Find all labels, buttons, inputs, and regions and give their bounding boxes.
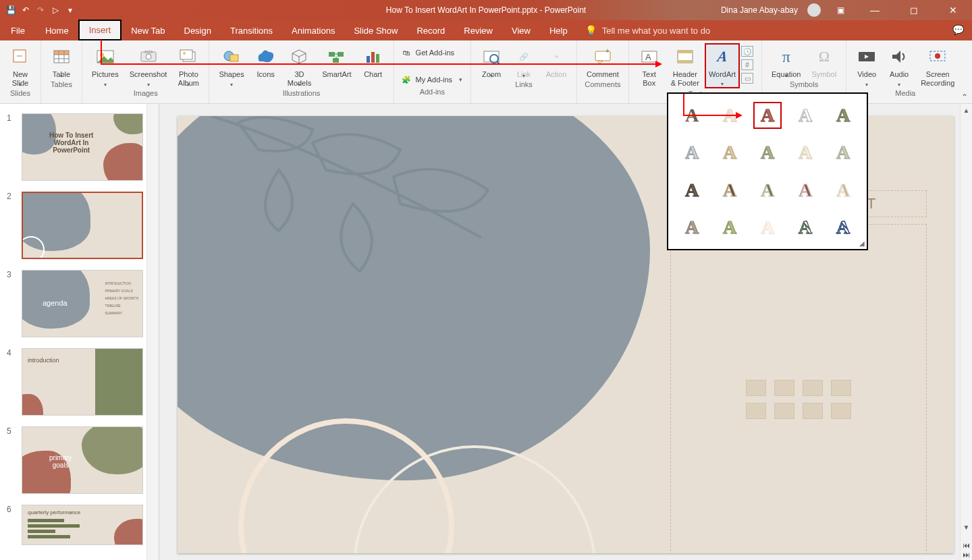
wordart-style-11[interactable]: A [678,177,706,204]
get-addins-button[interactable]: 🛍Get Add-ins [397,46,466,59]
thumb-5-row[interactable]: 5 primary goals [7,426,153,494]
wordart-style-3[interactable]: A [753,102,782,129]
thumb-1[interactable]: How To Insert WordArt In PowerPoint [22,113,143,181]
ph-table-icon[interactable] [746,380,766,396]
ribbon-display-icon[interactable]: ▣ [830,5,850,15]
thumb-1-num: 1 [7,113,16,181]
wordart-style-9[interactable]: A [791,140,819,167]
video-icon [856,46,878,67]
tab-insert[interactable]: Insert [78,20,122,40]
photo-album-button[interactable]: Photo Album [172,43,205,88]
annotation-arrow-2 [683,115,741,116]
thumb-1-row[interactable]: 1 How To Insert WordArt In PowerPoint [7,113,153,181]
thumb-2-row[interactable]: 2 [7,192,153,259]
video-button[interactable]: Video [850,43,883,88]
ph-icon-icon[interactable] [831,403,851,419]
equation-button[interactable]: πEquation [766,43,806,79]
wordart-gallery[interactable]: ◢ AAAAAAAAAAAAAAAAAAAA [667,92,868,250]
ph-3d-icon[interactable] [831,380,851,396]
wordart-style-6[interactable]: A [678,140,706,167]
wordart-style-7[interactable]: A [716,140,744,167]
table-button[interactable]: Table [45,43,78,79]
thumbnails-scrollbar[interactable] [146,104,159,560]
wordart-style-14[interactable]: A [791,177,819,204]
prev-slide-icon[interactable]: ⏮ [963,541,970,549]
screenshot-button[interactable]: Screenshot [124,43,173,88]
thumb-4[interactable]: introduction [22,348,143,416]
wordart-style-18[interactable]: A [753,215,782,242]
date-time-icon[interactable]: 🕓 [741,46,753,57]
group-tables-label: Tables [41,79,82,90]
tab-design[interactable]: Design [175,20,221,40]
wordart-style-12[interactable]: A [716,177,744,204]
thumb-3-row[interactable]: 3 agenda INTRODUCTIONPRIMARY GOALSAREAS … [7,270,153,337]
close-button[interactable]: ✕ [938,0,968,20]
thumb-6-row[interactable]: 6 quarterly performance [7,505,153,545]
ph-smartart-icon[interactable] [803,380,823,396]
thumb-6[interactable]: quarterly performance [22,505,143,545]
tab-home[interactable]: Home [36,20,78,40]
ph-chart-icon[interactable] [774,380,794,396]
zoom-button[interactable]: Zoom [475,43,508,79]
header-footer-button[interactable]: Header & Footer [666,43,705,88]
ph-picture-icon[interactable] [746,403,766,419]
redo-icon[interactable]: ↷ [35,5,46,16]
wordart-button[interactable]: AWordArt [705,43,740,88]
wordart-style-20[interactable]: A [829,215,857,242]
share-icon[interactable]: 💬 [952,24,964,35]
thumb-4-row[interactable]: 4 introduction [7,348,153,416]
thumb-5[interactable]: primary goals [22,426,143,494]
object-icon[interactable]: ▭ [741,73,753,84]
qat-more-icon[interactable]: ▾ [65,5,76,16]
thumb-2[interactable] [22,192,143,259]
tab-animations[interactable]: Animations [282,20,344,40]
start-slideshow-icon[interactable]: ▷ [50,5,61,16]
wordart-style-4[interactable]: A [791,102,819,129]
next-slide-icon[interactable]: ⏭ [963,551,970,559]
wordart-style-8[interactable]: A [753,140,782,167]
save-icon[interactable]: 💾 [5,5,16,16]
content-placeholder[interactable] [670,224,927,553]
user-name[interactable]: Dina Jane Abay-abay [721,5,798,15]
tell-me-search[interactable]: 💡Tell me what you want to do [577,20,718,40]
scroll-up-icon[interactable]: ▲ [961,104,972,116]
comment-button[interactable]: +Comment [581,43,624,79]
shapes-button[interactable]: Shapes [213,43,249,88]
smartart-button[interactable]: SmartArt [317,43,356,88]
wordart-style-19[interactable]: A [791,215,819,242]
collapse-ribbon-icon[interactable]: ⌃ [961,92,968,102]
my-addins-button[interactable]: 🧩My Add-ins▾ [397,73,466,86]
icons-button[interactable]: Icons [250,43,282,88]
ph-online-pic-icon[interactable] [774,403,794,419]
slide-number-icon[interactable]: # [741,59,753,70]
thumb-3[interactable]: agenda INTRODUCTIONPRIMARY GOALSAREAS OF… [22,270,143,337]
wordart-style-17[interactable]: A [716,215,744,242]
tab-slideshow[interactable]: Slide Show [344,20,407,40]
wordart-style-5[interactable]: A [829,102,857,129]
undo-icon[interactable]: ↶ [20,5,31,16]
tab-record[interactable]: Record [407,20,454,40]
editor-vertical-scrollbar[interactable]: ▲ ▼ ⏮ ⏭ [960,104,972,560]
wordart-style-10[interactable]: A [829,140,857,167]
tab-view[interactable]: View [502,20,540,40]
wordart-style-15[interactable]: A [829,177,857,204]
tab-file[interactable]: File [0,20,36,40]
minimize-button[interactable]: — [860,0,890,20]
ph-video-icon[interactable] [803,403,823,419]
avatar[interactable] [807,3,821,17]
screen-recording-button[interactable]: Screen Recording [915,43,960,88]
tab-help[interactable]: Help [540,20,577,40]
gallery-resize-icon[interactable]: ◢ [859,240,865,247]
new-slide-button[interactable]: New Slide [4,43,36,88]
scroll-down-icon[interactable]: ▼ [961,521,972,533]
wordart-style-13[interactable]: A [753,177,782,204]
pictures-button[interactable]: Pictures [86,43,124,88]
maximize-button[interactable]: ◻ [899,0,929,20]
tab-review[interactable]: Review [454,20,502,40]
audio-button[interactable]: Audio [883,43,915,88]
wordart-style-16[interactable]: A [678,215,706,242]
3d-models-button[interactable]: 3D Models [282,43,317,88]
tab-transitions[interactable]: Transitions [221,20,282,40]
chart-button[interactable]: Chart [357,43,389,88]
tab-newtab[interactable]: New Tab [122,20,174,40]
